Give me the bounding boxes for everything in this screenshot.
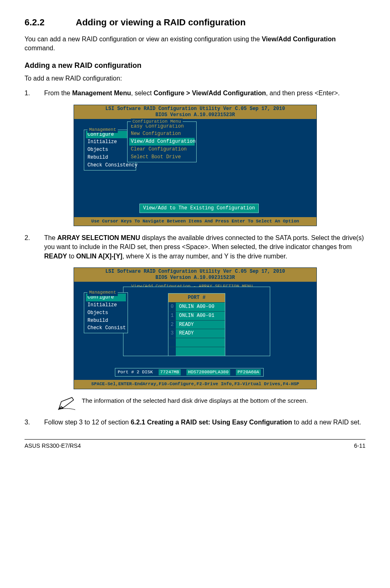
intro-bold: View/Add Configuration [262,36,336,43]
bios2-mgmt-checkconsist: Check Consist [86,324,126,332]
bios2-status: SPACE-Sel,ENTER-EndArray,F10-Configure,F… [74,380,316,388]
bios2-info-model: HDS728080PLA380 [186,369,230,375]
bios2-info-size: 77247MB [159,369,181,375]
step-2-b3: ONLIN A[X]-[Y] [76,253,122,260]
bios2-port-row-empty2 [168,347,225,356]
section-heading: 6.2.2 Adding or viewing a RAID configura… [25,16,365,29]
bios2-mgmt-menu: Management Configure Initialize Objects … [84,292,128,333]
bios2-port-row-empty1 [168,338,225,347]
bios2-info-fw: PF20A60A [236,369,261,375]
bios2-port-empty1-val [176,338,225,347]
bios1-bottom-box: View/Add to The Existing Configuration [139,204,259,213]
step-1-num: 1. [25,89,44,98]
bios1-cfg-legend: Configuration Menu [131,119,183,125]
intro-paragraph: You can add a new RAID configuration or … [25,35,365,53]
step-1-text: From the Management Menu, select Configu… [44,89,365,98]
intro-text-a: You can add a new RAID configuration or … [25,36,262,43]
bios2-port-2-idx: 2 [168,321,176,329]
bios2-mgmt-legend: Management [87,290,118,296]
bios-screenshot-2: LSI Software RAID Configuration Utility … [74,267,317,389]
step-2-num: 2. [25,233,44,261]
bios-screenshot-1: LSI Software RAID Configuration Utility … [74,105,317,226]
bios2-mgmt-objects: Objects [86,309,126,317]
page-footer: ASUS RS300-E7/RS4 6-11 [25,439,365,450]
note-row: The information of the selected hard dis… [57,397,343,411]
bios2-titlebar: LSI Software RAID Configuration Utility … [74,268,316,282]
subhead-intro: To add a new RAID configuration: [25,74,365,83]
step-1: 1. From the Management Menu, select Conf… [25,89,365,98]
bios1-status: Use Cursor Keys To Navigate Between Item… [74,217,316,226]
footer-right: 6-11 [354,442,365,450]
intro-text-b: command. [25,45,55,52]
step-3: 3. Follow step 3 to 12 of section 6.2.1 … [25,418,365,427]
bios2-port-empty2-val [176,347,225,356]
step-2-pre: The [44,234,57,241]
footer-left: ASUS RS300-E7/RS4 [25,442,81,450]
bios2-title-line1: LSI Software RAID Configuration Utility … [76,269,315,275]
bios1-cfg-new: New Configuration [129,130,195,138]
step-3-pre: Follow step 3 to 12 of section [44,419,131,426]
bios2-port-0-idx: 0 [168,303,176,311]
step-1-b2: Configure > View/Add Configuration [154,90,266,97]
step-2-mid2: to [67,253,76,260]
bios2-port-1-idx: 1 [168,312,176,320]
bios1-cfg-menu: Configuration Menu Easy Configuration Ne… [127,121,197,162]
bios2-port-3-idx: 3 [168,329,176,338]
step-1-post: , and then press <Enter>. [266,90,340,97]
pencil-note-icon [57,397,76,411]
step-3-b1: 6.2.1 Creating a RAID set: Using Easy Co… [131,419,292,426]
bios2-port-empty2-idx [168,347,176,356]
section-title-text: Adding or viewing a RAID configuration [76,17,246,27]
step-2-text: The ARRAY SELECTION MENU displays the av… [44,233,365,261]
step-3-post: to add a new RAID set. [292,419,361,426]
bios2-port-table: PORT # 0 ONLIN A00-00 1 ONLIN A00-01 2 R… [168,293,225,356]
bios2-port-3-val: READY [176,329,225,338]
bios1-mgmt-checkconsist: Check Consistency [86,162,134,169]
bios2-port-row-0: 0 ONLIN A00-00 [168,302,225,311]
section-number: 6.2.2 [25,16,74,29]
bios2-port-row-3: 3 READY [168,329,225,338]
note-text: The information of the selected hard dis… [82,397,308,405]
bios1-cfg-selectboot: Select Boot Drive [129,153,195,161]
step-3-text: Follow step 3 to 12 of section 6.2.1 Cre… [44,418,365,427]
bios2-port-empty1-idx [168,338,176,347]
bios1-mgmt-legend: Management [87,127,118,133]
subheading: Adding a new RAID configuration [25,61,365,71]
bios2-mgmt-rebuild: Rebuild [86,317,126,325]
bios1-title-line2: BIOS Version A.10.09231523R [76,112,315,118]
step-1-mid: , select [131,90,153,97]
step-2-b2: READY [44,253,67,260]
bios1-titlebar: LSI Software RAID Configuration Utility … [74,105,316,119]
bios2-info-portlbl: Port # 2 DISK [118,369,153,375]
bios2-port-row-2: 2 READY [168,320,225,329]
step-1-pre: From the [44,90,72,97]
bios2-title-line2: BIOS Version A.10.09231523R [76,275,315,281]
bios2-port-0-val: ONLIN A00-00 [176,303,225,311]
step-2-b1: ARRAY SELECTION MENU [57,234,140,241]
step-1-b1: Management Menu [72,90,131,97]
bios1-cfg-viewadd: View/Add Configuration [129,138,195,146]
bios2-port-2-val: READY [176,321,225,329]
bios1-cfg-clear: Clear Configuration [129,146,195,153]
step-2-post: , where X is the array number, and Y is … [122,253,287,260]
bios1-title-line1: LSI Software RAID Configuration Utility … [76,106,315,112]
step-2: 2. The ARRAY SELECTION MENU displays the… [25,233,365,261]
bios2-mgmt-initialize: Initialize [86,301,126,309]
bios2-port-header: PORT # [168,294,225,302]
bios2-port-1-val: ONLIN A00-01 [176,312,225,320]
bios2-info-bar: Port # 2 DISK 77247MB HDS728080PLA380 PF… [115,368,264,377]
bios2-port-row-1: 1 ONLIN A00-01 [168,311,225,320]
step-3-num: 3. [25,418,44,427]
